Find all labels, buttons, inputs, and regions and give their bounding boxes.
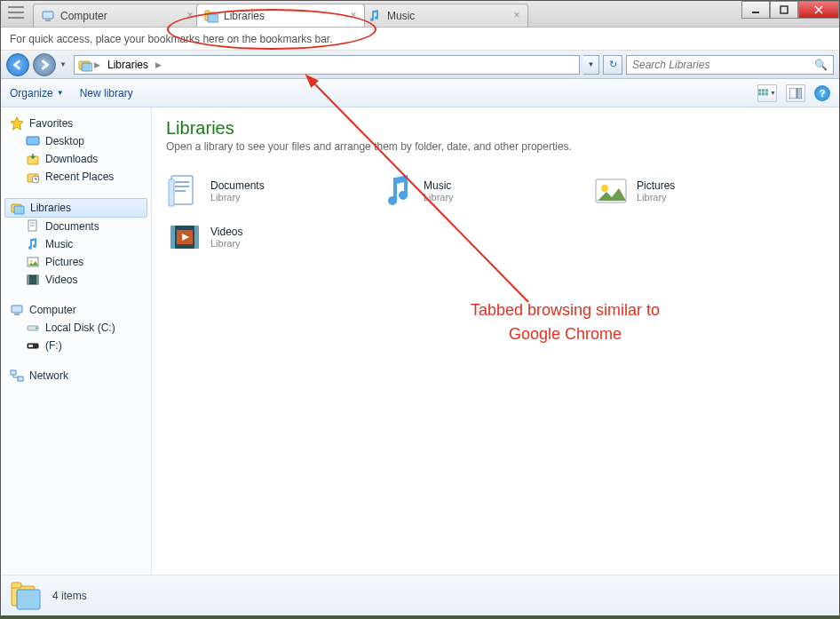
library-item-documents[interactable]: DocumentsLibrary: [166, 172, 344, 210]
help-button[interactable]: ?: [814, 85, 830, 101]
item-name: Pictures: [637, 179, 675, 192]
app-menu-icon[interactable]: [8, 6, 24, 19]
svg-rect-43: [175, 186, 189, 187]
sidebar-libraries[interactable]: Libraries: [4, 198, 147, 218]
minimize-button[interactable]: [741, 1, 770, 19]
svg-rect-14: [758, 92, 761, 95]
sidebar-item-documents[interactable]: Documents: [1, 218, 151, 235]
star-icon: [10, 116, 24, 131]
library-item-music[interactable]: MusicLibrary: [379, 172, 557, 210]
close-icon[interactable]: ×: [511, 10, 522, 20]
sidebar-computer[interactable]: Computer: [1, 301, 151, 319]
documents-icon: [26, 219, 40, 234]
drive-icon: [26, 338, 40, 353]
recent-icon: [26, 170, 40, 184]
svg-rect-0: [43, 12, 53, 19]
history-dropdown-icon[interactable]: ▼: [59, 60, 70, 68]
close-icon[interactable]: ×: [348, 10, 359, 20]
libraries-icon: [11, 201, 25, 215]
sidebar-item-desktop[interactable]: Desktop: [1, 132, 151, 150]
tab-label: Computer: [60, 10, 107, 22]
svg-rect-40: [18, 377, 23, 381]
desktop-icon: [26, 134, 40, 148]
svg-rect-24: [14, 206, 24, 214]
svg-rect-19: [27, 137, 39, 145]
downloads-icon: [26, 152, 40, 166]
svg-rect-18: [797, 88, 802, 99]
sidebar-label: Network: [29, 369, 68, 382]
library-grid: DocumentsLibrary MusicLibrary PicturesLi…: [166, 172, 825, 256]
svg-rect-32: [36, 275, 38, 284]
chevron-down-icon: ▼: [57, 89, 64, 97]
organize-label: Organize: [10, 87, 53, 99]
svg-rect-1: [45, 20, 51, 21]
address-dropdown-icon[interactable]: ▼: [583, 55, 599, 75]
item-name: Documents: [210, 179, 265, 192]
svg-rect-3: [205, 11, 210, 13]
maximize-button[interactable]: [770, 1, 798, 19]
tab-label: Music: [387, 10, 415, 22]
tab-music[interactable]: Music ×: [360, 4, 528, 27]
library-item-videos[interactable]: VideosLibrary: [166, 218, 344, 256]
page-subtitle: Open a library to see your files and arr…: [166, 140, 825, 153]
nav-bar: ▼ ▶ Libraries ▶ ▼ ↻ 🔍: [1, 51, 839, 79]
sidebar-label: Desktop: [45, 135, 84, 147]
sidebar-item-localdisk[interactable]: Local Disk (C:): [1, 319, 151, 337]
svg-rect-6: [781, 6, 788, 13]
bookmarks-hint: For quick access, place your bookmarks h…: [10, 33, 333, 45]
sidebar-network[interactable]: Network: [1, 367, 151, 385]
sidebar-label: Downloads: [45, 153, 98, 165]
tab-computer[interactable]: Computer ×: [33, 4, 202, 27]
sidebar-item-music[interactable]: Music: [1, 235, 151, 253]
svg-rect-39: [11, 370, 16, 375]
svg-rect-50: [194, 226, 199, 249]
sidebar-label: Favorites: [29, 117, 73, 130]
search-box[interactable]: 🔍: [626, 55, 834, 75]
close-button[interactable]: [798, 1, 839, 19]
tab-libraries[interactable]: Libraries ×: [196, 4, 365, 27]
item-type: Library: [210, 238, 242, 249]
sidebar-item-recent[interactable]: Recent Places: [1, 168, 151, 186]
back-button[interactable]: [6, 53, 29, 76]
window-controls: [741, 1, 839, 19]
sidebar-favorites[interactable]: Favorites: [1, 115, 151, 132]
sidebar-item-videos[interactable]: Videos: [1, 271, 151, 289]
libraries-icon: [10, 581, 44, 611]
svg-rect-13: [765, 89, 768, 91]
preview-pane-button[interactable]: [786, 84, 805, 102]
sidebar-item-pictures[interactable]: Pictures: [1, 253, 151, 271]
item-name: Music: [424, 179, 454, 192]
content-pane: Libraries Open a library to see your fil…: [152, 107, 839, 575]
close-icon[interactable]: ×: [185, 10, 195, 20]
svg-point-29: [30, 260, 33, 263]
chevron-right-icon[interactable]: ▶: [92, 60, 102, 69]
change-view-button[interactable]: ▼: [757, 84, 777, 102]
search-input[interactable]: [632, 59, 828, 71]
address-bar[interactable]: ▶ Libraries ▶: [74, 55, 580, 75]
forward-button[interactable]: [33, 53, 56, 76]
svg-rect-49: [170, 226, 175, 249]
svg-rect-15: [762, 92, 765, 95]
svg-rect-4: [208, 14, 218, 22]
library-item-pictures[interactable]: PicturesLibrary: [592, 172, 770, 210]
new-library-button[interactable]: New library: [80, 87, 133, 99]
refresh-button[interactable]: ↻: [603, 55, 622, 75]
svg-rect-54: [17, 590, 40, 609]
svg-point-47: [601, 185, 608, 192]
videos-icon: [26, 273, 40, 287]
sidebar-label: Recent Places: [45, 171, 114, 183]
sidebar-label: Music: [45, 238, 73, 250]
sidebar-label: Libraries: [30, 202, 71, 214]
chevron-right-icon[interactable]: ▶: [154, 60, 163, 69]
svg-point-36: [36, 328, 37, 329]
documents-icon: [166, 172, 203, 210]
breadcrumb-libraries[interactable]: Libraries: [102, 56, 154, 74]
sidebar-item-downloads[interactable]: Downloads: [1, 150, 151, 168]
sidebar-item-drive-f[interactable]: (F:): [1, 337, 151, 354]
page-title: Libraries: [166, 118, 825, 139]
videos-icon: [166, 218, 203, 256]
svg-rect-17: [789, 88, 796, 99]
pictures-icon: [592, 172, 630, 210]
sidebar-label: Documents: [45, 220, 99, 233]
organize-menu[interactable]: Organize ▼: [10, 87, 64, 99]
